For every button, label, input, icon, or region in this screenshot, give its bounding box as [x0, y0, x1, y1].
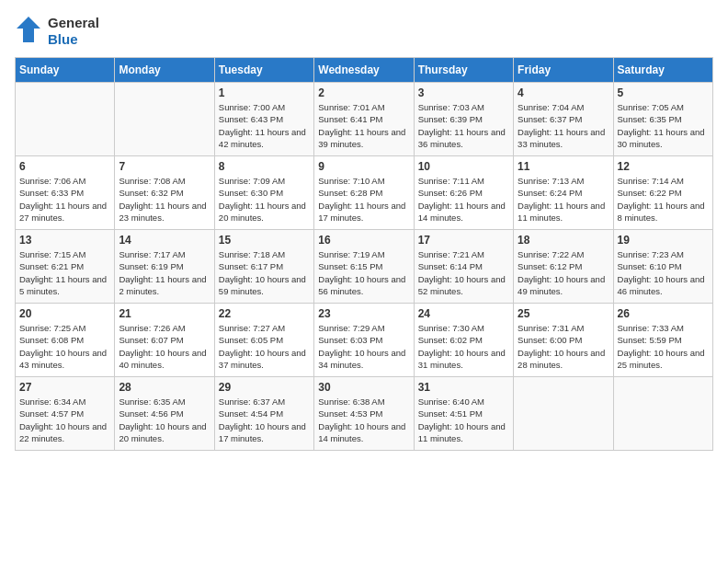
day-number: 21 — [119, 307, 210, 320]
calendar-cell: 20Sunrise: 7:25 AMSunset: 6:08 PMDayligh… — [16, 304, 115, 377]
day-number: 10 — [418, 160, 509, 173]
cell-info: Sunrise: 7:05 AMSunset: 6:35 PMDaylight:… — [618, 101, 709, 150]
cell-info: Sunrise: 7:26 AMSunset: 6:07 PMDaylight:… — [119, 322, 210, 371]
day-number: 2 — [318, 86, 409, 99]
col-header-saturday: Saturday — [613, 58, 712, 83]
day-number: 7 — [119, 160, 210, 173]
day-number: 19 — [618, 234, 709, 247]
day-number: 25 — [518, 307, 609, 320]
calendar-cell: 26Sunrise: 7:33 AMSunset: 5:59 PMDayligh… — [613, 304, 712, 377]
cell-info: Sunrise: 7:19 AMSunset: 6:15 PMDaylight:… — [318, 248, 409, 297]
calendar-cell — [613, 377, 712, 451]
cell-info: Sunrise: 7:10 AMSunset: 6:28 PMDaylight:… — [318, 175, 409, 224]
day-number: 11 — [518, 160, 609, 173]
day-number: 18 — [518, 234, 609, 247]
calendar-table: SundayMondayTuesdayWednesdayThursdayFrid… — [15, 57, 713, 451]
cell-info: Sunrise: 7:15 AMSunset: 6:21 PMDaylight:… — [19, 248, 110, 297]
calendar-cell: 8Sunrise: 7:09 AMSunset: 6:30 PMDaylight… — [214, 156, 313, 230]
week-row-2: 6Sunrise: 7:06 AMSunset: 6:33 PMDaylight… — [16, 156, 713, 230]
col-header-friday: Friday — [514, 58, 613, 83]
calendar-cell: 25Sunrise: 7:31 AMSunset: 6:00 PMDayligh… — [514, 304, 613, 377]
cell-info: Sunrise: 7:09 AMSunset: 6:30 PMDaylight:… — [219, 175, 310, 224]
cell-info: Sunrise: 6:38 AMSunset: 4:53 PMDaylight:… — [318, 396, 409, 444]
calendar-cell: 19Sunrise: 7:23 AMSunset: 6:10 PMDayligh… — [613, 230, 712, 304]
col-header-sunday: Sunday — [16, 58, 115, 83]
calendar-cell: 28Sunrise: 6:35 AMSunset: 4:56 PMDayligh… — [115, 377, 214, 451]
day-number: 30 — [318, 381, 409, 394]
day-number: 17 — [418, 234, 509, 247]
day-number: 5 — [618, 86, 709, 99]
calendar-cell: 6Sunrise: 7:06 AMSunset: 6:33 PMDaylight… — [16, 156, 115, 230]
cell-info: Sunrise: 7:00 AMSunset: 6:43 PMDaylight:… — [219, 101, 310, 150]
cell-info: Sunrise: 7:33 AMSunset: 5:59 PMDaylight:… — [618, 322, 709, 371]
cell-info: Sunrise: 7:13 AMSunset: 6:24 PMDaylight:… — [518, 175, 609, 224]
cell-info: Sunrise: 7:18 AMSunset: 6:17 PMDaylight:… — [219, 248, 310, 297]
cell-info: Sunrise: 7:04 AMSunset: 6:37 PMDaylight:… — [518, 101, 609, 150]
cell-info: Sunrise: 7:14 AMSunset: 6:22 PMDaylight:… — [618, 175, 709, 224]
logo-bird-icon — [15, 15, 42, 48]
cell-info: Sunrise: 7:25 AMSunset: 6:08 PMDaylight:… — [19, 322, 110, 371]
cell-info: Sunrise: 7:01 AMSunset: 6:41 PMDaylight:… — [318, 101, 409, 150]
day-number: 1 — [219, 86, 310, 99]
calendar-cell — [514, 377, 613, 451]
cell-info: Sunrise: 6:34 AMSunset: 4:57 PMDaylight:… — [19, 396, 110, 444]
calendar-cell: 11Sunrise: 7:13 AMSunset: 6:24 PMDayligh… — [514, 156, 613, 230]
cell-info: Sunrise: 6:40 AMSunset: 4:51 PMDaylight:… — [418, 396, 509, 444]
cell-info: Sunrise: 6:35 AMSunset: 4:56 PMDaylight:… — [119, 396, 210, 444]
day-number: 14 — [119, 234, 210, 247]
day-number: 4 — [518, 86, 609, 99]
calendar-cell: 23Sunrise: 7:29 AMSunset: 6:03 PMDayligh… — [314, 304, 414, 377]
page-header: GeneralBlue — [15, 15, 713, 48]
day-number: 15 — [219, 234, 310, 247]
calendar-cell: 9Sunrise: 7:10 AMSunset: 6:28 PMDaylight… — [314, 156, 414, 230]
cell-info: Sunrise: 7:03 AMSunset: 6:39 PMDaylight:… — [418, 101, 509, 150]
calendar-cell — [16, 83, 115, 156]
calendar-cell: 17Sunrise: 7:21 AMSunset: 6:14 PMDayligh… — [414, 230, 513, 304]
logo: GeneralBlue — [15, 15, 99, 48]
cell-info: Sunrise: 7:06 AMSunset: 6:33 PMDaylight:… — [19, 175, 110, 224]
day-number: 28 — [119, 381, 210, 394]
week-row-1: 1Sunrise: 7:00 AMSunset: 6:43 PMDaylight… — [16, 83, 713, 156]
calendar-cell: 10Sunrise: 7:11 AMSunset: 6:26 PMDayligh… — [414, 156, 513, 230]
calendar-cell: 22Sunrise: 7:27 AMSunset: 6:05 PMDayligh… — [214, 304, 313, 377]
logo-blue-text: Blue — [48, 31, 99, 48]
calendar-cell: 24Sunrise: 7:30 AMSunset: 6:02 PMDayligh… — [414, 304, 513, 377]
calendar-cell: 31Sunrise: 6:40 AMSunset: 4:51 PMDayligh… — [414, 377, 513, 451]
calendar-cell: 5Sunrise: 7:05 AMSunset: 6:35 PMDaylight… — [613, 83, 712, 156]
cell-info: Sunrise: 7:21 AMSunset: 6:14 PMDaylight:… — [418, 248, 509, 297]
cell-info: Sunrise: 7:30 AMSunset: 6:02 PMDaylight:… — [418, 322, 509, 371]
calendar-cell: 14Sunrise: 7:17 AMSunset: 6:19 PMDayligh… — [115, 230, 214, 304]
cell-info: Sunrise: 7:22 AMSunset: 6:12 PMDaylight:… — [518, 248, 609, 297]
day-number: 26 — [618, 307, 709, 320]
cell-info: Sunrise: 6:37 AMSunset: 4:54 PMDaylight:… — [219, 396, 310, 444]
col-header-tuesday: Tuesday — [214, 58, 313, 83]
calendar-cell: 7Sunrise: 7:08 AMSunset: 6:32 PMDaylight… — [115, 156, 214, 230]
day-number: 20 — [19, 307, 110, 320]
day-number: 27 — [19, 381, 110, 394]
day-number: 29 — [219, 381, 310, 394]
cell-info: Sunrise: 7:11 AMSunset: 6:26 PMDaylight:… — [418, 175, 509, 224]
cell-info: Sunrise: 7:29 AMSunset: 6:03 PMDaylight:… — [318, 322, 409, 371]
day-number: 22 — [219, 307, 310, 320]
calendar-cell: 2Sunrise: 7:01 AMSunset: 6:41 PMDaylight… — [314, 83, 414, 156]
day-number: 3 — [418, 86, 509, 99]
day-number: 16 — [318, 234, 409, 247]
col-header-monday: Monday — [115, 58, 214, 83]
logo-general-text: General — [48, 15, 99, 31]
calendar-cell: 12Sunrise: 7:14 AMSunset: 6:22 PMDayligh… — [613, 156, 712, 230]
calendar-cell: 4Sunrise: 7:04 AMSunset: 6:37 PMDaylight… — [514, 83, 613, 156]
calendar-cell: 1Sunrise: 7:00 AMSunset: 6:43 PMDaylight… — [214, 83, 313, 156]
calendar-cell: 30Sunrise: 6:38 AMSunset: 4:53 PMDayligh… — [314, 377, 414, 451]
day-number: 6 — [19, 160, 110, 173]
day-number: 12 — [618, 160, 709, 173]
day-number: 23 — [318, 307, 409, 320]
calendar-cell: 29Sunrise: 6:37 AMSunset: 4:54 PMDayligh… — [214, 377, 313, 451]
header-row: SundayMondayTuesdayWednesdayThursdayFrid… — [16, 58, 713, 83]
cell-info: Sunrise: 7:17 AMSunset: 6:19 PMDaylight:… — [119, 248, 210, 297]
cell-info: Sunrise: 7:08 AMSunset: 6:32 PMDaylight:… — [119, 175, 210, 224]
day-number: 31 — [418, 381, 509, 394]
day-number: 13 — [19, 234, 110, 247]
calendar-cell: 21Sunrise: 7:26 AMSunset: 6:07 PMDayligh… — [115, 304, 214, 377]
calendar-cell: 18Sunrise: 7:22 AMSunset: 6:12 PMDayligh… — [514, 230, 613, 304]
week-row-3: 13Sunrise: 7:15 AMSunset: 6:21 PMDayligh… — [16, 230, 713, 304]
